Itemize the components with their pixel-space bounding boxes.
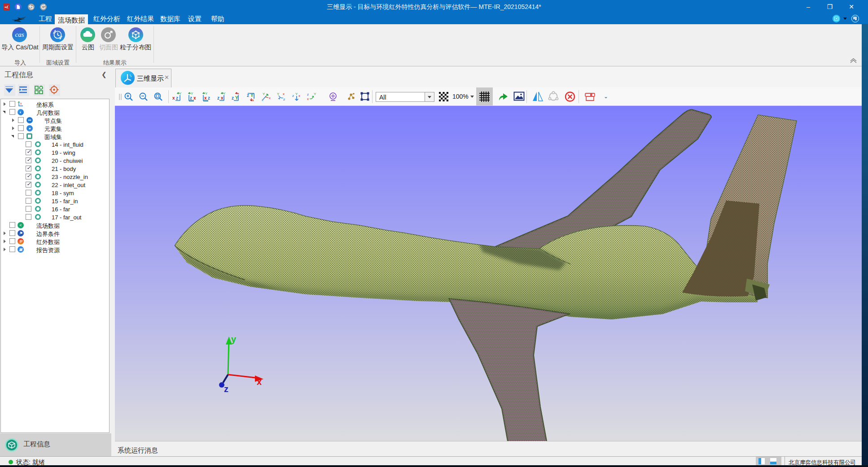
svg-text:z: z: [292, 94, 294, 98]
svg-text:x: x: [221, 96, 224, 100]
svg-text:x: x: [283, 92, 285, 96]
svg-text:Y: Y: [277, 92, 280, 96]
svg-text:Y: Y: [263, 92, 265, 96]
svg-text:x: x: [20, 102, 22, 105]
svg-text:x: x: [193, 96, 196, 100]
svg-text:z: z: [208, 96, 210, 100]
svg-text:x: x: [172, 96, 175, 100]
svg-text:Y: Y: [205, 92, 208, 96]
svg-text:Y: Y: [295, 92, 298, 96]
svg-text:x: x: [237, 92, 239, 96]
svg-text:z: z: [283, 97, 285, 101]
svg-text:Y: Y: [179, 92, 182, 96]
svg-text:z: z: [217, 96, 219, 100]
svg-text:x: x: [269, 96, 271, 100]
svg-text:x: x: [204, 96, 207, 100]
svg-text:x: x: [307, 97, 309, 101]
svg-text:Y: Y: [314, 92, 316, 96]
svg-text:z: z: [262, 98, 263, 102]
svg-text:x: x: [257, 377, 262, 387]
svg-text:z: z: [190, 96, 192, 100]
svg-text:z: z: [307, 92, 309, 96]
svg-text:x: x: [298, 94, 300, 98]
svg-text:Y: Y: [223, 92, 226, 96]
svg-text:x: x: [252, 98, 254, 102]
svg-text:y: y: [231, 334, 237, 344]
svg-text:z: z: [176, 96, 178, 100]
svg-text:Y: Y: [235, 96, 238, 100]
svg-text:z: z: [232, 96, 234, 100]
svg-text:z: z: [224, 384, 228, 394]
svg-text:Y: Y: [191, 92, 193, 96]
